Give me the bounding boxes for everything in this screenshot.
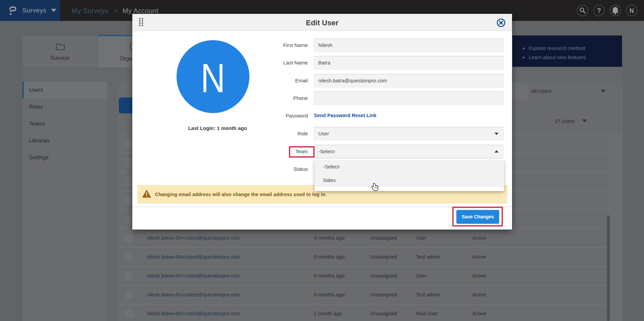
svg-text:N: N: [629, 7, 634, 14]
svg-text:?: ?: [597, 7, 601, 14]
